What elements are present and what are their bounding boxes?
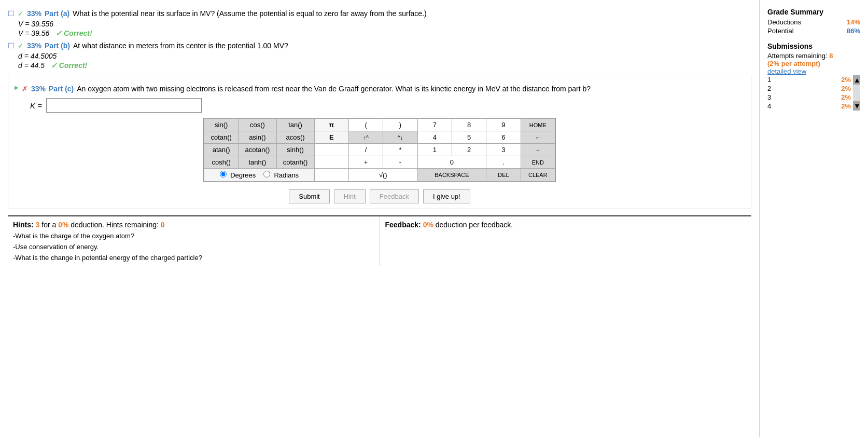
clear-button[interactable]: CLEAR <box>521 169 555 182</box>
sub-item-3: 3 2% <box>767 93 851 102</box>
part-a-correct: ✓ Correct! <box>55 29 92 37</box>
part-b-answer1: d = 44.5005 <box>18 52 751 60</box>
e-button[interactable]: E <box>314 131 348 144</box>
scroll-track <box>853 85 860 101</box>
four-button[interactable]: 4 <box>417 131 452 144</box>
deductions-label: Deductions <box>767 18 801 26</box>
hints-deduction-label: deduction. Hints remaining: <box>71 221 159 229</box>
hint-item-1: -What is the charge of the oxygen atom? <box>13 232 374 240</box>
zero-button[interactable]: 0 <box>417 156 486 169</box>
seven-button[interactable]: 7 <box>417 119 452 131</box>
submissions-title: Submissions <box>767 42 860 50</box>
plus-button[interactable]: + <box>349 156 383 169</box>
hint-item-3: -What is the change in potential energy … <box>13 254 374 262</box>
potential-value: 86% <box>847 27 860 35</box>
backspace-button[interactable]: BACKSPACE <box>417 169 486 182</box>
submissions-list: 1 2% 2 2% 3 2% 4 2% <box>767 75 860 111</box>
feedback-column: Feedback: 0% deduction per feedback. <box>380 216 752 266</box>
decimal-button[interactable]: . <box>486 156 521 169</box>
home-button[interactable]: HOME <box>521 119 555 131</box>
degrees-radio[interactable] <box>220 171 227 177</box>
part-b-percent: 33% <box>27 42 41 50</box>
answer-input[interactable] <box>46 98 202 113</box>
grade-summary-title: Grade Summary <box>767 8 860 16</box>
one-button[interactable]: 1 <box>417 144 452 156</box>
del-button[interactable]: DEL <box>486 169 521 182</box>
feedback-label: deduction per feedback. <box>436 221 513 229</box>
part-a-answer2: V = 39.56 ✓ Correct! <box>18 29 751 37</box>
angle-mode-row: Degrees Radians <box>204 169 315 182</box>
acotan-button[interactable]: acotan() <box>239 144 276 156</box>
submit-button[interactable]: Submit <box>289 189 329 203</box>
empty-3 <box>314 169 348 182</box>
potential-row: Potential 86% <box>767 27 860 35</box>
tanh-button[interactable]: tanh() <box>239 156 276 169</box>
minus-button[interactable]: - <box>383 156 417 169</box>
open-paren-button[interactable]: ( <box>349 119 383 131</box>
potential-label: Potential <box>767 27 794 35</box>
sinh-button[interactable]: sinh() <box>276 144 314 156</box>
radians-radio[interactable] <box>263 171 270 177</box>
part-b-checkbox-icon: ☐ <box>8 42 15 50</box>
scroll-up-button[interactable]: ▲ <box>853 75 860 85</box>
cosh-button[interactable]: cosh() <box>204 156 239 169</box>
asin-button[interactable]: asin() <box>239 131 276 144</box>
six-button[interactable]: 6 <box>486 131 521 144</box>
feedback-button[interactable]: Feedback <box>370 189 419 203</box>
tan-button[interactable]: tan() <box>276 119 314 131</box>
give-up-button[interactable]: I give up! <box>423 189 470 203</box>
calc-row-4: cosh() tanh() cotanh() + - 0 . END <box>204 156 555 169</box>
hints-deduction: 0% <box>58 221 68 229</box>
calculator: sin() cos() tan() π ( ) 7 8 9 HOME cotan… <box>203 118 556 182</box>
three-button[interactable]: 3 <box>486 144 521 156</box>
action-buttons-row: Submit Hint Feedback I give up! <box>15 189 745 203</box>
part-b-header: ☐ ✓ 33% Part (b) At what distance in met… <box>8 42 751 50</box>
part-c-play-icon: ▶ <box>15 85 19 90</box>
part-a-answer1: V = 39.556 <box>18 20 751 28</box>
submissions-section: Submissions Attempts remaining: 8 (2% pe… <box>767 42 860 111</box>
sqrt-button[interactable]: √() <box>349 169 418 182</box>
calculator-table: sin() cos() tan() π ( ) 7 8 9 HOME cotan… <box>204 118 555 182</box>
cotanh-button[interactable]: cotanh() <box>276 156 314 169</box>
pi-button[interactable]: π <box>314 119 348 131</box>
cotan-button[interactable]: cotan() <box>204 131 239 144</box>
radians-label[interactable]: Radians <box>263 171 299 179</box>
detailed-view-link[interactable]: detailed view <box>767 67 860 75</box>
main-container: ☐ ✓ 33% Part (a) What is the potential n… <box>0 0 868 437</box>
five-button[interactable]: 5 <box>452 131 486 144</box>
two-button[interactable]: 2 <box>452 144 486 156</box>
close-paren-button[interactable]: ) <box>383 119 417 131</box>
left-arrow-button[interactable]: ← <box>521 131 555 144</box>
multiply-button[interactable]: * <box>383 144 417 156</box>
sub-pct-1: 2% <box>841 76 851 84</box>
nine-button[interactable]: 9 <box>486 119 521 131</box>
cos-button[interactable]: cos() <box>239 119 276 131</box>
sub-item-4: 4 2% <box>767 102 851 111</box>
sub-num-4: 4 <box>767 102 771 110</box>
part-c-section: ▶ ✗ 33% Part (c) An oxygen atom with two… <box>8 75 751 209</box>
scrollbar[interactable]: ▲ ▼ <box>853 75 860 111</box>
hint-item-2: -Use conservation of energy. <box>13 243 374 251</box>
part-a-percent: 33% <box>27 9 41 18</box>
feedback-deduction: 0% <box>423 221 433 229</box>
part-a-question: What is the potential near its surface i… <box>73 9 426 18</box>
grade-summary: Grade Summary Deductions 14% Potential 8… <box>767 8 860 35</box>
right-arrow-button[interactable]: → <box>521 144 555 156</box>
part-b-correct: ✓ Correct! <box>51 61 87 70</box>
end-button[interactable]: END <box>521 156 555 169</box>
divide-button[interactable]: / <box>349 144 383 156</box>
scroll-down-button[interactable]: ▼ <box>853 101 860 111</box>
degrees-label[interactable]: Degrees <box>220 171 258 179</box>
atan-button[interactable]: atan() <box>204 144 239 156</box>
per-attempt: (2% per attempt) <box>767 60 820 67</box>
answer-input-row: K = <box>30 98 745 113</box>
hints-remaining: 0 <box>161 221 165 229</box>
sin-button[interactable]: sin() <box>204 119 239 131</box>
eight-button[interactable]: 8 <box>452 119 486 131</box>
down-caret-button[interactable]: ^↓ <box>383 131 417 144</box>
per-attempt-info: (2% per attempt) <box>767 60 860 67</box>
part-b-label: Part (b) <box>45 42 70 50</box>
hint-button[interactable]: Hint <box>334 189 366 203</box>
up-caret-button[interactable]: ↑^ <box>349 131 383 144</box>
acos-button[interactable]: acos() <box>276 131 314 144</box>
